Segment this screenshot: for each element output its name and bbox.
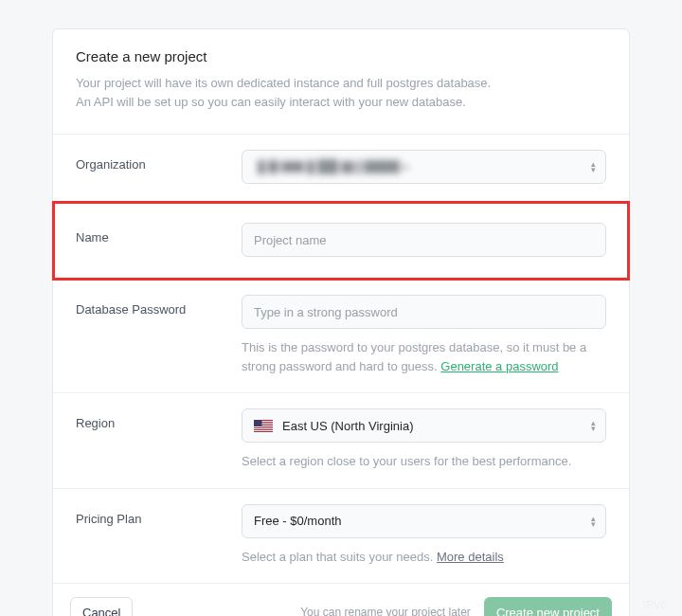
- rename-hint: You can rename your project later: [300, 606, 471, 616]
- chevron-updown-icon: ▴▾: [591, 420, 596, 432]
- svg-rect-6: [254, 430, 273, 431]
- region-label: Region: [76, 408, 242, 430]
- watermark: IPV6: [643, 599, 667, 610]
- panel-footer: Cancel You can rename your project later…: [53, 584, 629, 616]
- svg-rect-7: [254, 420, 262, 426]
- chevron-updown-icon: ▴▾: [591, 515, 596, 527]
- chevron-updown-icon: ▴▾: [591, 161, 596, 173]
- page-title: Create a new project: [76, 48, 606, 64]
- organization-value-redacted: [254, 159, 408, 174]
- create-project-panel: Create a new project Your project will h…: [52, 28, 630, 616]
- panel-header: Create a new project Your project will h…: [53, 29, 629, 135]
- row-region: Region East US (North Virginia) ▴▾ Selec…: [53, 393, 629, 489]
- name-field-wrapper: [242, 223, 606, 257]
- pricing-plan-select[interactable]: Free - $0/month ▴▾: [242, 504, 606, 538]
- organization-label: Organization: [76, 150, 242, 172]
- password-field-wrapper: [242, 295, 606, 329]
- page-description: Your project will have its own dedicated…: [76, 74, 606, 111]
- row-password: Database Password This is the password t…: [53, 280, 629, 393]
- svg-rect-5: [254, 428, 273, 429]
- svg-rect-4: [254, 426, 273, 427]
- row-pricing-plan: Pricing Plan Free - $0/month ▴▾ Select a…: [53, 489, 629, 585]
- region-select[interactable]: East US (North Virginia) ▴▾: [242, 408, 606, 443]
- password-helper: This is the password to your postgres da…: [242, 338, 606, 375]
- organization-select[interactable]: ▴▾: [242, 150, 606, 184]
- cancel-button[interactable]: Cancel: [70, 597, 133, 616]
- us-flag-icon: [254, 420, 273, 432]
- region-helper: Select a region close to your users for …: [242, 452, 606, 471]
- password-label: Database Password: [76, 295, 242, 317]
- create-project-button[interactable]: Create new project: [484, 597, 612, 616]
- project-name-input[interactable]: [254, 224, 594, 256]
- region-selected-value: East US (North Virginia): [282, 419, 413, 433]
- more-details-link[interactable]: More details: [437, 550, 504, 564]
- generate-password-link[interactable]: Generate a password: [440, 359, 558, 373]
- plan-helper: Select a plan that suits your needs. Mor…: [242, 548, 606, 567]
- plan-label: Pricing Plan: [76, 504, 242, 526]
- row-organization: Organization ▴▾: [53, 135, 629, 202]
- row-name: Name: [53, 202, 629, 280]
- name-label: Name: [76, 223, 242, 245]
- plan-selected-value: Free - $0/month: [254, 514, 342, 528]
- database-password-input[interactable]: [254, 296, 594, 328]
